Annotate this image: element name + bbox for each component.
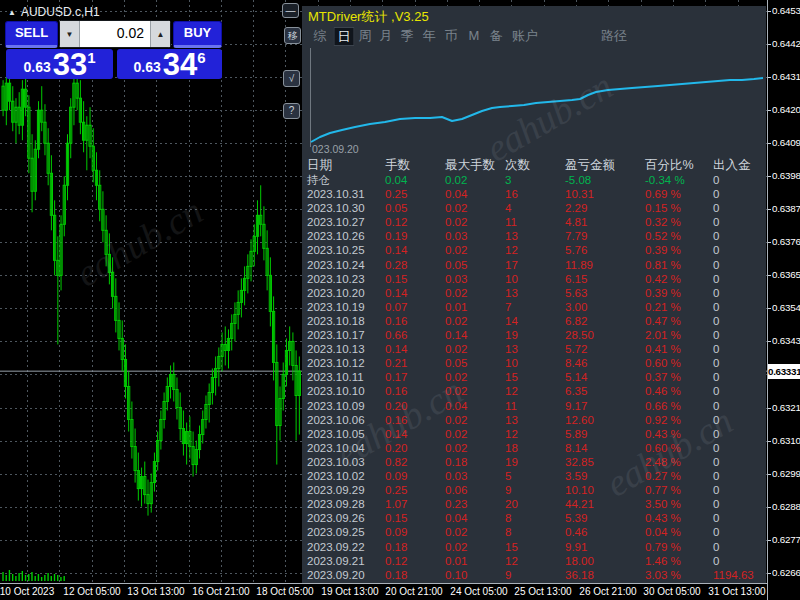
one-click-trade-panel: ▲AUDUSD.c,H1 SELL ▼ 0.02 ▲ BUY 0.63 33 1… (0, 0, 232, 82)
tab-年[interactable]: 年 (420, 27, 439, 44)
table-cell: 0.47 % (645, 314, 681, 328)
table-cell: 3.59 (565, 469, 587, 483)
table-cell: 2023.10.11 (307, 370, 364, 384)
table-row: 2023.10.030.820.181932.852.48 %0 (302, 455, 766, 469)
price-tick (768, 341, 771, 342)
column-header: 日期 (307, 158, 332, 172)
table-cell: 0.10 (445, 568, 467, 582)
chart-symbol-title[interactable]: ▲AUDUSD.c,H1 (8, 5, 100, 19)
price-axis-label: 0.63100 (772, 435, 800, 446)
table-cell: 2023.10.31 (307, 187, 365, 201)
table-cell: 0.09 (385, 469, 407, 483)
table-cell: 12 (505, 554, 518, 568)
table-cell: 2023.10.20 (307, 286, 365, 300)
sell-price-base: 0.63 (23, 60, 50, 74)
minimize-button[interactable]: — (282, 3, 299, 18)
table-cell: 20 (505, 497, 518, 511)
tab-综[interactable]: 综 (311, 27, 330, 44)
check-button[interactable]: √ (283, 70, 300, 87)
column-header: 出入金 (713, 158, 751, 172)
tab-月[interactable]: 月 (377, 27, 396, 44)
tab-账户[interactable]: 账户 (509, 27, 541, 44)
table-cell: 2023.10.18 (307, 314, 365, 328)
sell-price-display[interactable]: 0.63 33 1 (6, 49, 113, 79)
price-tick (768, 275, 771, 276)
price-tick (768, 408, 771, 409)
table-cell: 0 (713, 469, 719, 483)
table-cell: 0.46 % (645, 384, 681, 398)
time-axis[interactable]: 10 Oct 202312 Oct 05:0013 Oct 13:0016 Oc… (0, 583, 767, 600)
table-cell: 0.77 % (645, 483, 681, 497)
table-row: 2023.10.190.070.0173.000.21 %0 (302, 300, 766, 314)
price-axis-label: 0.62880 (772, 501, 800, 512)
volume-increase-button[interactable]: ▲ (151, 21, 170, 47)
table-cell: 0.02 (445, 540, 467, 554)
table-cell: 0 (713, 399, 719, 413)
table-cell: 2023.10.26 (307, 229, 365, 243)
collapse-triangle-icon[interactable]: ▲ (8, 8, 16, 17)
table-cell: 0 (713, 286, 719, 300)
table-cell: 2023.09.21 (307, 554, 365, 568)
table-row: 2023.10.040.200.02188.140.60 %0 (302, 441, 766, 455)
buy-button[interactable]: BUY (173, 21, 222, 48)
table-cell: 0.39 % (645, 243, 681, 257)
table-cell: 2023.10.27 (307, 215, 365, 229)
sell-button[interactable]: SELL (5, 21, 58, 48)
buy-price-display[interactable]: 0.63 34 6 (117, 49, 222, 79)
table-row: 2023.10.060.160.021312.600.92 %0 (302, 413, 766, 427)
table-cell: 0.04 (445, 187, 467, 201)
table-row: 2023.10.300.050.0242.290.15 %0 (302, 201, 766, 215)
table-cell: 0 (713, 370, 719, 384)
table-cell: 0.17 (385, 370, 407, 384)
table-cell: 44.21 (565, 497, 594, 511)
tab-M[interactable]: M (466, 27, 483, 44)
table-cell: 0.02 (445, 243, 467, 257)
buy-price-sup: 6 (197, 50, 205, 65)
tab-备[interactable]: 备 (487, 27, 506, 44)
table-cell: 3.50 % (645, 497, 681, 511)
volume-input[interactable]: 0.02 (79, 21, 151, 47)
tab-季[interactable]: 季 (398, 27, 417, 44)
table-cell: 14 (505, 314, 518, 328)
table-cell: 0.04 (385, 173, 407, 187)
table-cell: 3.03 % (645, 568, 681, 582)
table-cell: 4.81 (565, 215, 587, 229)
table-cell: 0.01 (445, 554, 467, 568)
table-cell: 2023.10.04 (307, 441, 365, 455)
table-cell: 0.04 (445, 399, 467, 413)
table-cell: 0 (713, 215, 719, 229)
table-cell: 2.29 (565, 201, 587, 215)
tab-周[interactable]: 周 (356, 27, 375, 44)
tab-路径[interactable]: 路径 (598, 27, 630, 44)
table-cell: 2023.10.09 (307, 399, 365, 413)
table-cell: 0.02 (445, 413, 467, 427)
column-header: 盈亏金额 (565, 158, 615, 172)
table-cell: 0 (713, 201, 719, 215)
price-axis-label: 0.62990 (772, 468, 800, 479)
table-row: 2023.10.170.660.141928.502.01 %0 (302, 328, 766, 342)
table-cell: 2023.10.19 (307, 300, 365, 314)
tab-日[interactable]: 日 (334, 27, 355, 46)
table-cell: 2023.10.24 (307, 258, 365, 272)
table-cell: 0.43 % (645, 427, 681, 441)
table-cell: 0 (713, 483, 719, 497)
table-cell: -0.34 % (645, 173, 685, 187)
table-cell: 2023.09.22 (307, 540, 365, 554)
table-cell: 28.50 (565, 328, 594, 342)
volume-decrease-button[interactable]: ▼ (60, 21, 79, 47)
table-cell: 10.10 (565, 483, 594, 497)
table-cell: 0.02 (445, 427, 467, 441)
table-cell: 0.01 (445, 300, 467, 314)
table-cell: 0.18 (385, 540, 407, 554)
table-cell: 2023.10.05 (307, 427, 365, 441)
table-cell: 0.69 % (645, 187, 681, 201)
help-button[interactable]: ? (283, 103, 300, 119)
tab-币[interactable]: 币 (442, 27, 461, 44)
table-cell: 2023.10.12 (307, 356, 365, 370)
table-cell: 0 (713, 455, 719, 469)
table-row: 2023.10.130.140.02135.720.41 %0 (302, 342, 766, 356)
table-cell: 10.31 (565, 187, 594, 201)
price-axis[interactable]: 0.63331 0.645300.644200.643100.642000.64… (767, 0, 800, 600)
table-cell: 0 (713, 427, 719, 441)
move-button[interactable]: 移 (284, 27, 301, 44)
